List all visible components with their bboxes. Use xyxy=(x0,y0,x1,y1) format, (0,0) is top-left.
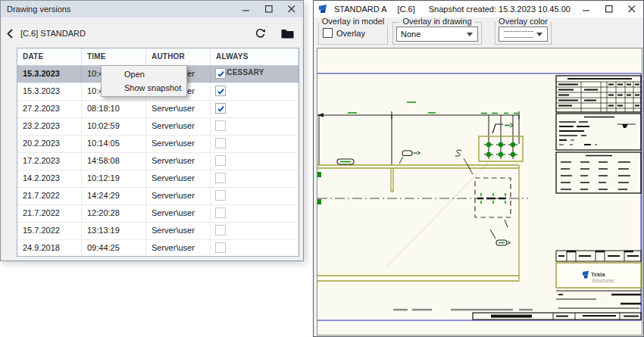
close-button[interactable] xyxy=(280,1,303,17)
close-icon xyxy=(288,5,295,13)
version-row[interactable]: 17.2.202314:58:08Server\user xyxy=(17,153,299,170)
minimize-button[interactable] xyxy=(575,1,598,17)
cell-date: 14.2.2023 xyxy=(17,170,82,187)
cell-time: 10:14:05 xyxy=(82,136,146,152)
cell-date: 15.3.2023 xyxy=(17,83,82,100)
always-necessary-checkbox[interactable] xyxy=(215,208,226,218)
cell-date: 23.2.2023 xyxy=(17,118,82,135)
cell-author: Server\user xyxy=(146,153,211,170)
minimize-button[interactable] xyxy=(235,1,258,17)
back-button[interactable] xyxy=(7,27,17,39)
version-row[interactable]: 21.7.202212:20:28Server\user xyxy=(17,205,299,223)
version-row[interactable]: 24.9.201809:44:25Server\user xyxy=(17,240,299,257)
always-necessary-checkbox[interactable] xyxy=(215,138,226,148)
group-label: Overlay in drawing xyxy=(399,17,474,26)
checkmark-icon xyxy=(217,105,225,113)
cell-time: 08:18:10 xyxy=(82,101,146,117)
overlay-checkbox[interactable] xyxy=(323,28,333,38)
version-row[interactable]: 21.7.202214:24:29Server\user xyxy=(17,188,299,205)
chevron-down-icon xyxy=(536,33,542,36)
version-row[interactable]: 20.2.202310:14:05Server\user xyxy=(17,136,299,153)
drawing-canvas: Tekla Structures xyxy=(317,48,642,335)
always-necessary-checkbox[interactable] xyxy=(215,190,226,201)
cell-date: 17.2.2023 xyxy=(17,153,82,170)
always-necessary-checkbox[interactable] xyxy=(215,225,226,236)
column-header[interactable]: AUTHOR xyxy=(146,48,211,65)
cell-always-necessary xyxy=(211,153,299,170)
always-necessary-checkbox[interactable] xyxy=(215,242,226,253)
always-necessary-checkbox[interactable] xyxy=(215,103,226,114)
cell-author: Server\user xyxy=(146,136,211,152)
versions-table-header: DATETIMEAUTHORALWAYS NECESSARY xyxy=(17,48,299,66)
overlay-color-select[interactable] xyxy=(499,27,548,42)
open-folder-button[interactable] xyxy=(279,27,295,40)
snapshot-window: STANDARD A [C.6] Snapshot created: 15.3.… xyxy=(313,0,644,337)
cell-time: 13:13:19 xyxy=(82,223,146,239)
cell-always-necessary xyxy=(211,136,299,152)
menu-item-open[interactable]: Open xyxy=(102,67,186,81)
version-row[interactable]: 14.2.202310:12:19Server\user xyxy=(17,170,299,188)
overlay-color-group: Overlay color xyxy=(495,22,552,45)
version-row[interactable]: 23.2.202310:02:59Server\user xyxy=(17,118,299,136)
minimize-icon xyxy=(583,5,590,13)
maximize-button[interactable] xyxy=(598,1,621,17)
menu-item-show-snapshot[interactable]: Show snapshot xyxy=(102,81,186,95)
always-necessary-checkbox[interactable] xyxy=(215,68,226,79)
cell-author: Server\user xyxy=(146,118,211,135)
cell-author: Server\user xyxy=(146,240,211,257)
cell-time: 14:58:08 xyxy=(82,153,146,170)
drawing-versions-titlebar[interactable]: Drawing versions xyxy=(1,1,303,17)
column-header[interactable]: TIME xyxy=(82,48,146,65)
cell-date: 21.7.2022 xyxy=(17,188,82,204)
cell-author: Server\user xyxy=(146,101,211,117)
drawing-snapshot-area[interactable]: Tekla Structures xyxy=(317,48,642,335)
cell-time: 12:20:28 xyxy=(82,205,146,222)
cell-date: 20.2.2023 xyxy=(17,136,82,152)
group-label: Overlay in model xyxy=(319,17,388,26)
snapshot-titlebar[interactable]: STANDARD A [C.6] Snapshot created: 15.3.… xyxy=(314,1,643,17)
selected-value: None xyxy=(397,30,467,39)
cell-always-necessary xyxy=(211,83,299,100)
chevron-down-icon xyxy=(467,33,473,36)
cell-date: 15.7.2022 xyxy=(17,223,82,239)
checkmark-icon xyxy=(217,70,225,78)
cell-always-necessary xyxy=(211,188,299,204)
snapshot-title-product: STANDARD A xyxy=(334,5,386,14)
cell-time: 14:24:29 xyxy=(82,188,146,204)
tekla-app-icon xyxy=(318,5,330,14)
version-row[interactable]: 27.2.202308:18:10Server\user xyxy=(17,101,299,118)
always-necessary-checkbox[interactable] xyxy=(215,155,226,166)
overlay-in-drawing-select[interactable]: None xyxy=(396,27,478,42)
always-necessary-checkbox[interactable] xyxy=(215,86,226,96)
column-header[interactable]: DATE xyxy=(17,48,82,65)
column-header[interactable]: ALWAYS NECESSARY xyxy=(211,48,299,65)
maximize-icon xyxy=(265,5,273,13)
overlay-checkbox-row[interactable]: Overlay xyxy=(323,28,365,38)
cell-always-necessary xyxy=(211,170,299,187)
tekla-logo-box: Tekla Structures xyxy=(556,263,641,288)
cell-author: Server\user xyxy=(146,170,211,187)
cell-always-necessary xyxy=(211,66,299,83)
snapshot-title-sheet: [C.6] xyxy=(397,5,414,14)
cell-always-necessary xyxy=(211,118,299,135)
cell-always-necessary xyxy=(211,240,299,257)
maximize-button[interactable] xyxy=(258,1,280,17)
cell-time: 09:44:25 xyxy=(82,240,146,257)
cell-date: 21.7.2022 xyxy=(17,205,82,222)
always-necessary-checkbox[interactable] xyxy=(215,173,226,183)
versions-toolbar: [C.6] STANDARD xyxy=(7,25,295,42)
screen: Drawing versions [C.6] STANDARD xyxy=(0,0,644,337)
cell-date: 24.9.2018 xyxy=(17,240,82,257)
context-menu: OpenShow snapshot xyxy=(101,65,187,97)
chevron-left-icon xyxy=(7,29,13,39)
cell-date: 27.2.2023 xyxy=(17,101,82,117)
overlay-in-model-group: Overlay in model Overlay xyxy=(318,22,388,45)
close-button[interactable] xyxy=(621,1,643,17)
breadcrumb: [C.6] STANDARD xyxy=(20,29,241,38)
refresh-button[interactable] xyxy=(252,27,268,40)
cell-author: Server\user xyxy=(146,205,211,222)
version-row[interactable]: 15.7.202213:13:19Server\user xyxy=(17,223,299,240)
overlay-in-drawing-group: Overlay in drawing None xyxy=(392,22,482,45)
always-necessary-checkbox[interactable] xyxy=(215,120,226,131)
snapshot-title-created: Snapshot created: 15.3.2023 10.45.00 xyxy=(429,5,575,14)
